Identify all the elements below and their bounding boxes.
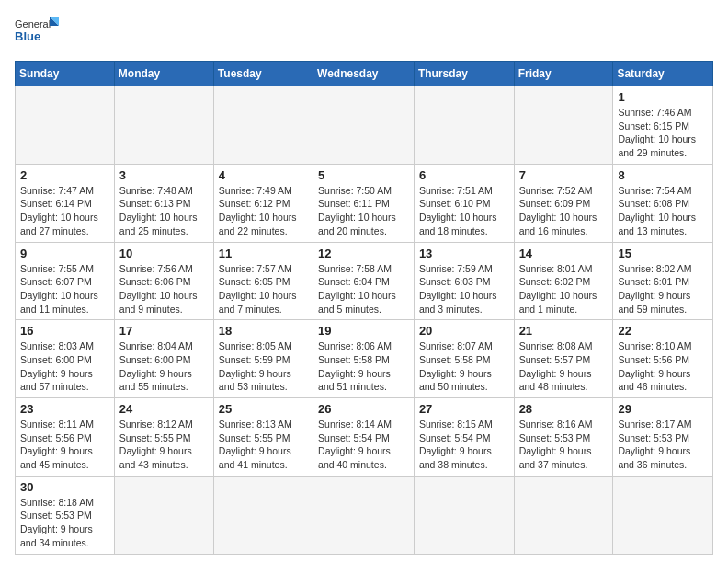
calendar-cell — [213, 476, 313, 554]
day-number: 5 — [318, 168, 409, 182]
calendar-week-row: 1Sunrise: 7:46 AM Sunset: 6:15 PM Daylig… — [16, 86, 713, 165]
day-number: 27 — [419, 402, 509, 416]
day-number: 26 — [318, 402, 409, 416]
calendar-cell: 19Sunrise: 8:06 AM Sunset: 5:58 PM Dayli… — [313, 320, 415, 398]
calendar-table: SundayMondayTuesdayWednesdayThursdayFrid… — [15, 61, 713, 555]
day-info: Sunrise: 8:01 AM Sunset: 6:02 PM Dayligh… — [519, 262, 609, 316]
calendar-cell: 14Sunrise: 8:01 AM Sunset: 6:02 PM Dayli… — [514, 242, 613, 320]
day-info: Sunrise: 8:04 AM Sunset: 6:00 PM Dayligh… — [119, 339, 209, 394]
calendar-cell: 6Sunrise: 7:51 AM Sunset: 6:10 PM Daylig… — [414, 164, 514, 242]
day-number: 30 — [20, 480, 109, 494]
day-info: Sunrise: 7:59 AM Sunset: 6:03 PM Dayligh… — [419, 262, 509, 316]
day-info: Sunrise: 8:03 AM Sunset: 6:00 PM Dayligh… — [20, 339, 109, 394]
day-number: 25 — [219, 402, 308, 416]
day-info: Sunrise: 7:48 AM Sunset: 6:13 PM Dayligh… — [119, 184, 209, 238]
day-number: 14 — [519, 247, 609, 260]
calendar-cell: 2Sunrise: 7:47 AM Sunset: 6:14 PM Daylig… — [16, 164, 115, 242]
day-number: 20 — [419, 324, 509, 338]
day-info: Sunrise: 8:08 AM Sunset: 5:57 PM Dayligh… — [519, 339, 609, 394]
calendar-cell: 23Sunrise: 8:11 AM Sunset: 5:56 PM Dayli… — [16, 398, 115, 477]
calendar-week-row: 30Sunrise: 8:18 AM Sunset: 5:53 PM Dayli… — [16, 476, 713, 554]
calendar-cell: 27Sunrise: 8:15 AM Sunset: 5:54 PM Dayli… — [414, 398, 514, 477]
calendar-cell — [114, 476, 213, 554]
day-info: Sunrise: 8:10 AM Sunset: 5:56 PM Dayligh… — [618, 339, 708, 394]
day-number: 18 — [219, 324, 308, 338]
day-info: Sunrise: 7:56 AM Sunset: 6:06 PM Dayligh… — [119, 262, 209, 316]
calendar-cell: 16Sunrise: 8:03 AM Sunset: 6:00 PM Dayli… — [16, 320, 115, 398]
calendar-cell — [213, 86, 313, 165]
day-number: 28 — [519, 402, 609, 416]
day-info: Sunrise: 8:16 AM Sunset: 5:53 PM Dayligh… — [519, 418, 609, 472]
day-info: Sunrise: 8:07 AM Sunset: 5:58 PM Dayligh… — [419, 339, 509, 394]
calendar-cell: 29Sunrise: 8:17 AM Sunset: 5:53 PM Dayli… — [613, 398, 713, 477]
calendar-week-row: 23Sunrise: 8:11 AM Sunset: 5:56 PM Dayli… — [16, 398, 713, 477]
day-number: 6 — [419, 168, 509, 182]
weekday-header-row: SundayMondayTuesdayWednesdayThursdayFrid… — [16, 62, 713, 86]
calendar-cell — [114, 86, 213, 165]
day-info: Sunrise: 8:11 AM Sunset: 5:56 PM Dayligh… — [20, 418, 109, 472]
day-info: Sunrise: 7:51 AM Sunset: 6:10 PM Dayligh… — [419, 184, 509, 238]
calendar-cell — [313, 476, 415, 554]
weekday-header: Friday — [514, 62, 613, 86]
calendar-cell: 21Sunrise: 8:08 AM Sunset: 5:57 PM Dayli… — [514, 320, 613, 398]
day-info: Sunrise: 7:54 AM Sunset: 6:08 PM Dayligh… — [618, 184, 708, 238]
calendar-week-row: 9Sunrise: 7:55 AM Sunset: 6:07 PM Daylig… — [16, 242, 713, 320]
day-info: Sunrise: 8:13 AM Sunset: 5:55 PM Dayligh… — [219, 418, 308, 472]
calendar-cell: 24Sunrise: 8:12 AM Sunset: 5:55 PM Dayli… — [114, 398, 213, 477]
day-info: Sunrise: 8:18 AM Sunset: 5:53 PM Dayligh… — [20, 496, 109, 550]
weekday-header: Monday — [114, 62, 213, 86]
day-number: 22 — [618, 324, 708, 338]
day-info: Sunrise: 7:49 AM Sunset: 6:12 PM Dayligh… — [219, 184, 308, 238]
day-number: 9 — [20, 247, 109, 260]
day-info: Sunrise: 8:05 AM Sunset: 5:59 PM Dayligh… — [219, 339, 308, 394]
header: General Blue — [15, 15, 713, 53]
day-info: Sunrise: 7:52 AM Sunset: 6:09 PM Dayligh… — [519, 184, 609, 238]
calendar-cell: 18Sunrise: 8:05 AM Sunset: 5:59 PM Dayli… — [213, 320, 313, 398]
day-number: 11 — [219, 247, 308, 260]
weekday-header: Tuesday — [213, 62, 313, 86]
calendar-cell — [414, 86, 514, 165]
day-number: 21 — [519, 324, 609, 338]
day-number: 17 — [119, 324, 209, 338]
day-number: 24 — [119, 402, 209, 416]
day-number: 4 — [219, 168, 308, 182]
day-info: Sunrise: 7:55 AM Sunset: 6:07 PM Dayligh… — [20, 262, 109, 316]
day-info: Sunrise: 7:50 AM Sunset: 6:11 PM Dayligh… — [318, 184, 409, 238]
calendar-cell: 5Sunrise: 7:50 AM Sunset: 6:11 PM Daylig… — [313, 164, 415, 242]
day-info: Sunrise: 8:12 AM Sunset: 5:55 PM Dayligh… — [119, 418, 209, 472]
calendar-cell: 4Sunrise: 7:49 AM Sunset: 6:12 PM Daylig… — [213, 164, 313, 242]
calendar-cell: 1Sunrise: 7:46 AM Sunset: 6:15 PM Daylig… — [613, 86, 713, 165]
calendar-cell: 15Sunrise: 8:02 AM Sunset: 6:01 PM Dayli… — [613, 242, 713, 320]
day-info: Sunrise: 8:06 AM Sunset: 5:58 PM Dayligh… — [318, 339, 409, 394]
calendar-cell: 9Sunrise: 7:55 AM Sunset: 6:07 PM Daylig… — [16, 242, 115, 320]
day-info: Sunrise: 8:14 AM Sunset: 5:54 PM Dayligh… — [318, 418, 409, 472]
svg-text:General: General — [15, 18, 51, 29]
calendar-cell — [313, 86, 415, 165]
calendar-week-row: 16Sunrise: 8:03 AM Sunset: 6:00 PM Dayli… — [16, 320, 713, 398]
day-number: 2 — [20, 168, 109, 182]
calendar-cell — [16, 86, 115, 165]
calendar-cell — [414, 476, 514, 554]
day-number: 29 — [618, 402, 708, 416]
calendar-cell: 17Sunrise: 8:04 AM Sunset: 6:00 PM Dayli… — [114, 320, 213, 398]
day-info: Sunrise: 8:17 AM Sunset: 5:53 PM Dayligh… — [618, 418, 708, 472]
logo: General Blue — [15, 15, 61, 53]
day-info: Sunrise: 8:02 AM Sunset: 6:01 PM Dayligh… — [618, 262, 708, 316]
day-number: 15 — [618, 247, 708, 260]
calendar-cell — [514, 476, 613, 554]
day-info: Sunrise: 7:57 AM Sunset: 6:05 PM Dayligh… — [219, 262, 308, 316]
calendar-cell: 8Sunrise: 7:54 AM Sunset: 6:08 PM Daylig… — [613, 164, 713, 242]
day-number: 16 — [20, 324, 109, 338]
day-number: 23 — [20, 402, 109, 416]
day-number: 19 — [318, 324, 409, 338]
calendar-cell: 22Sunrise: 8:10 AM Sunset: 5:56 PM Dayli… — [613, 320, 713, 398]
calendar-cell: 20Sunrise: 8:07 AM Sunset: 5:58 PM Dayli… — [414, 320, 514, 398]
day-number: 12 — [318, 247, 409, 260]
calendar-cell — [514, 86, 613, 165]
day-number: 8 — [618, 168, 708, 182]
day-number: 10 — [119, 247, 209, 260]
svg-text:Blue: Blue — [15, 29, 40, 43]
calendar-cell: 10Sunrise: 7:56 AM Sunset: 6:06 PM Dayli… — [114, 242, 213, 320]
calendar-cell: 30Sunrise: 8:18 AM Sunset: 5:53 PM Dayli… — [16, 476, 115, 554]
calendar-cell: 25Sunrise: 8:13 AM Sunset: 5:55 PM Dayli… — [213, 398, 313, 477]
